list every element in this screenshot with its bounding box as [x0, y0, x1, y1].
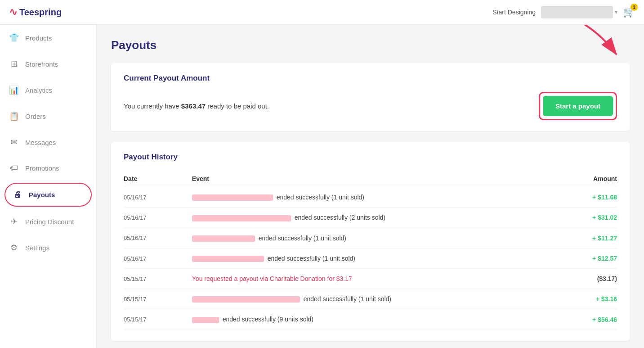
pricing-discount-icon: ✈ — [9, 217, 19, 226]
payout-amount: $363.47 — [181, 102, 206, 110]
row-amount: + $31.02 — [570, 208, 617, 228]
table-row: 05/15/17 ended successfully (9 units sol… — [124, 309, 617, 330]
row-event: ended successfully (1 unit sold) — [192, 187, 570, 208]
row-event: You requested a payout via Charitable Do… — [192, 269, 570, 289]
dropdown-arrow-icon: ▾ — [615, 9, 617, 15]
brand-name: Teespring — [19, 7, 62, 18]
row-amount: + $12.57 — [570, 248, 617, 268]
col-event: Event — [192, 171, 570, 187]
orders-icon: 📋 — [9, 111, 19, 121]
sidebar-item-label: Promotions — [25, 164, 59, 172]
storefronts-icon: ⊞ — [9, 59, 19, 69]
payout-description: You currently have $363.47 ready to be p… — [124, 102, 269, 110]
payout-history-table: Date Event Amount 05/16/17 ended success… — [124, 171, 617, 330]
sidebar-item-label: Payouts — [29, 191, 55, 199]
top-navbar: ∿ Teespring Start Designing ▾ 🛒 1 — [0, 0, 644, 25]
row-date: 05/16/17 — [124, 187, 192, 208]
event-redacted-name — [192, 194, 273, 201]
payout-history-title: Payout History — [124, 153, 617, 162]
sidebar-item-label: Storefronts — [25, 60, 58, 68]
settings-icon: ⚙ — [9, 243, 19, 253]
table-row: 05/15/17 ended successfully (1 unit sold… — [124, 289, 617, 309]
row-date: 05/16/17 — [124, 228, 192, 248]
sidebar-item-settings[interactable]: ⚙ Settings — [0, 235, 96, 261]
row-amount: + $56.46 — [570, 309, 617, 330]
sidebar-item-storefronts[interactable]: ⊞ Storefronts — [0, 51, 96, 77]
sidebar-item-label: Products — [25, 34, 52, 42]
brand: ∿ Teespring — [9, 6, 62, 18]
sidebar-item-analytics[interactable]: 📊 Analytics — [0, 77, 96, 103]
row-event: ended successfully (1 unit sold) — [192, 248, 570, 268]
sidebar-item-messages[interactable]: ✉ Messages — [0, 129, 96, 155]
table-row: 05/16/17 ended successfully (1 unit sold… — [124, 187, 617, 208]
sidebar-item-pricing-discount[interactable]: ✈ Pricing Discount — [0, 208, 96, 235]
row-event: ended successfully (1 unit sold) — [192, 228, 570, 248]
sidebar-item-orders[interactable]: 📋 Orders — [0, 103, 96, 129]
analytics-icon: 📊 — [9, 85, 19, 95]
user-avatar — [541, 6, 613, 18]
sidebar-item-payouts[interactable]: 🖨 Payouts — [4, 183, 92, 207]
col-amount: Amount — [570, 171, 617, 187]
start-payout-button[interactable]: Start a payout — [543, 96, 613, 116]
row-amount: + $3.16 — [570, 289, 617, 309]
app-body: 👕 Products ⊞ Storefronts 📊 Analytics 📋 O… — [0, 25, 644, 348]
brand-logo: ∿ — [9, 6, 17, 18]
row-amount: ($3.17) — [570, 269, 617, 289]
sidebar: 👕 Products ⊞ Storefronts 📊 Analytics 📋 O… — [0, 25, 97, 348]
cart-badge: 1 — [631, 4, 638, 11]
row-event: ended successfully (9 units sold) — [192, 309, 570, 330]
main-content: Payouts Current Payout Amount You curren… — [97, 25, 644, 348]
sidebar-item-products[interactable]: 👕 Products — [0, 25, 96, 51]
sidebar-item-label: Messages — [25, 139, 56, 146]
user-dropdown[interactable]: ▾ — [541, 6, 617, 18]
products-icon: 👕 — [9, 33, 19, 43]
row-date: 05/16/17 — [124, 208, 192, 228]
start-payout-highlight: Start a payout — [539, 92, 617, 120]
event-redacted-name — [192, 256, 264, 262]
event-redacted-name — [192, 215, 291, 221]
start-designing-link[interactable]: Start Designing — [492, 9, 536, 16]
table-row: 05/16/17 ended successfully (1 unit sold… — [124, 248, 617, 268]
payout-history-card: Payout History Date Event Amount 05/16/1… — [111, 142, 630, 341]
sidebar-item-label: Orders — [25, 113, 46, 120]
row-amount: + $11.27 — [570, 228, 617, 248]
table-row: 05/15/17You requested a payout via Chari… — [124, 269, 617, 289]
current-payout-card: Current Payout Amount You currently have… — [111, 63, 630, 131]
row-amount: + $11.68 — [570, 187, 617, 208]
sidebar-item-label: Analytics — [25, 86, 52, 94]
row-date: 05/15/17 — [124, 269, 192, 289]
sidebar-item-promotions[interactable]: 🏷 Promotions — [0, 155, 96, 181]
row-event: ended successfully (1 unit sold) — [192, 289, 570, 309]
col-date: Date — [124, 171, 192, 187]
table-row: 05/16/17 ended successfully (2 units sol… — [124, 208, 617, 228]
row-date: 05/15/17 — [124, 289, 192, 309]
current-payout-title: Current Payout Amount — [124, 74, 617, 83]
event-link-text[interactable]: You requested a payout via Charitable Do… — [192, 275, 352, 282]
navbar-right: Start Designing ▾ 🛒 1 — [492, 6, 635, 18]
event-redacted-name — [192, 317, 219, 323]
messages-icon: ✉ — [9, 137, 19, 147]
event-redacted-name — [192, 296, 300, 303]
page-title: Payouts — [111, 38, 630, 52]
row-event: ended successfully (2 units sold) — [192, 208, 570, 228]
row-date: 05/15/17 — [124, 309, 192, 330]
sidebar-item-label: Pricing Discount — [25, 218, 74, 226]
payout-description-suffix: ready to be paid out. — [206, 102, 269, 110]
row-date: 05/16/17 — [124, 248, 192, 268]
cart-button[interactable]: 🛒 1 — [623, 6, 635, 18]
event-redacted-name — [192, 235, 255, 242]
table-row: 05/16/17 ended successfully (1 unit sold… — [124, 228, 617, 248]
promotions-icon: 🏷 — [9, 163, 19, 173]
sidebar-item-label: Settings — [25, 244, 49, 252]
payout-amount-row: You currently have $363.47 ready to be p… — [124, 92, 617, 120]
payout-description-prefix: You currently have — [124, 102, 181, 110]
payouts-icon: 🖨 — [13, 190, 22, 199]
